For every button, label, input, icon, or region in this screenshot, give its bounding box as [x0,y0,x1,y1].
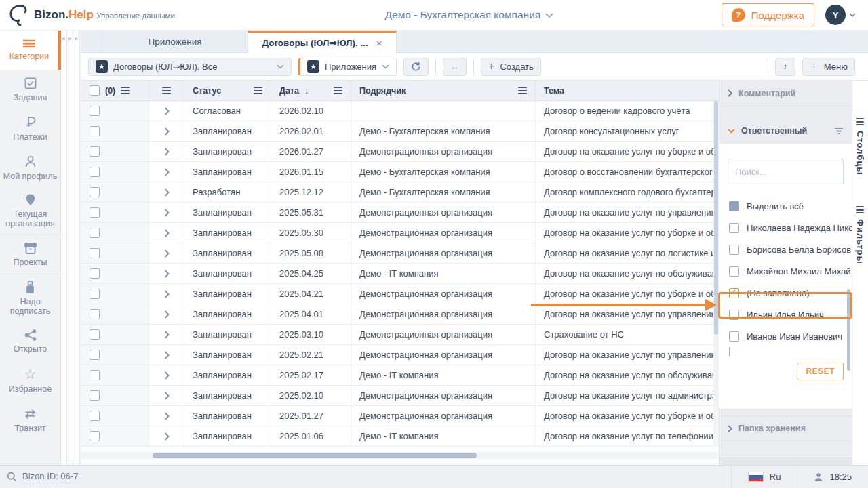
section-comment[interactable]: Комментарий [719,81,852,106]
column-header-date[interactable]: Дата ↓ [271,81,351,100]
organization-selector[interactable]: Демо - Бухгалтерская компания [217,9,722,21]
horizontal-scrollbar[interactable] [81,452,719,459]
row-checkbox[interactable] [90,289,100,299]
row-checkbox[interactable] [90,207,100,218]
create-button[interactable]: + Создать [481,58,541,76]
column-menu-icon[interactable] [162,87,171,94]
table-row[interactable]: Запланирован 2026.01.15 Демо - Бухгалтер… [81,162,719,182]
row-expand-cell[interactable] [149,223,184,243]
filter-option[interactable]: Михайлов Михаил Михай [719,260,852,282]
sidebar-item-current-org[interactable]: Текущая организация [0,188,60,235]
close-icon[interactable]: × [376,37,382,49]
section-storage-folder[interactable]: Папка хранения [719,415,852,441]
row-expand-cell[interactable] [149,304,184,324]
option-checkbox[interactable] [729,223,739,233]
row-expand-cell[interactable] [149,101,184,121]
filter-search-input[interactable] [728,159,844,184]
row-checkbox[interactable] [90,329,100,340]
row-checkbox[interactable] [90,167,100,177]
row-checkbox[interactable] [90,431,100,441]
sort-desc-icon[interactable]: ↓ [304,85,309,96]
menu-button[interactable]: ⋮ Меню [802,58,855,76]
row-expand-cell[interactable] [149,345,184,365]
section-responsible[interactable]: Ответственный [719,118,852,144]
filter-option[interactable]: Борисова Белла Борисов [719,239,852,260]
app-selector-dropdown[interactable]: ★ Приложения [298,58,397,76]
column-header-topic[interactable]: Тема [536,81,719,100]
row-expand-cell[interactable] [149,182,184,202]
row-checkbox[interactable] [90,268,100,279]
row-expand-cell[interactable] [149,284,184,304]
bizon-id[interactable]: Bizon ID: 06-7 [0,471,78,483]
table-row[interactable]: Запланирован 2026.02.01 Демо - Бухгалтер… [81,121,719,142]
row-checkbox[interactable] [90,411,100,421]
support-button[interactable]: ? Поддержка [722,3,814,26]
column-menu-icon[interactable] [121,87,130,94]
edge-tab-columns[interactable]: Столбцы [855,118,865,175]
sidebar-item-categories[interactable]: Категории [0,30,61,70]
column-menu-icon[interactable] [518,87,527,94]
filter-option[interactable]: Выделить всё [719,195,852,217]
table-row[interactable]: Запланирован 2025.03.10 Демонстрационная… [81,325,719,345]
table-row[interactable]: Запланирован 2025.02.10 Демонстрационная… [81,386,719,406]
filter-option[interactable]: Иванов Иван Иванович [719,325,852,347]
row-checkbox[interactable] [90,350,100,360]
sidebar-item-tasks[interactable]: Задания [0,70,60,109]
view-selector-dropdown[interactable]: ★ Договоры (ЮЛ⇒ЮЛ). Все [88,58,292,76]
table-row[interactable]: Согласован 2026.02.10 Договор о ведении … [81,101,719,121]
sidebar-item-favorites[interactable]: ☆ Избранное [0,361,60,401]
sidebar-item-payments[interactable]: Платежи [0,109,60,148]
table-row[interactable]: Запланирован 2025.04.21 Демонстрационная… [81,284,719,304]
row-expand-cell[interactable] [149,386,184,405]
row-expand-cell[interactable] [149,325,184,344]
row-checkbox[interactable] [90,106,100,116]
table-row[interactable]: Запланирован 2025.04.01 Демонстрационная… [81,304,719,325]
table-row[interactable]: Запланирован 2025.02.17 Демо - IT компан… [81,365,719,386]
refresh-button[interactable] [403,58,429,76]
row-expand-cell[interactable] [149,203,184,222]
row-checkbox[interactable] [90,248,100,258]
info-button[interactable]: i [775,58,795,76]
table-row[interactable]: Запланирован 2025.02.21 Демонстрационная… [81,345,719,365]
row-expand-cell[interactable] [149,264,184,283]
table-row[interactable]: Запланирован 2025.04.25 Демо - IT компан… [81,264,719,284]
expand-panel-strip[interactable]: « [61,30,67,465]
table-row[interactable]: Запланирован 2025.05.30 Демонстрационная… [81,223,719,243]
row-checkbox[interactable] [90,309,100,319]
option-checkbox[interactable] [729,245,739,255]
language-switcher[interactable]: Ru [731,466,797,488]
table-row[interactable]: Запланирован 2025.05.31 Демонстрационная… [81,203,719,223]
table-row[interactable]: Запланирован 2025.01.27 Демонстрационная… [81,406,719,426]
table-row[interactable]: Запланирован 2025.01.06 Демо - IT компан… [81,426,719,447]
vertical-scrollbar[interactable] [713,101,719,447]
row-expand-cell[interactable] [149,406,184,426]
row-checkbox[interactable] [90,146,100,157]
column-header-status[interactable]: Статус [184,81,271,100]
filter-option[interactable]: Николаева Надежда Нико [719,217,852,239]
tab-applications[interactable]: Приложения [102,30,248,52]
column-header-select[interactable]: (0) [81,81,149,100]
row-checkbox[interactable] [90,370,100,380]
select-all-checkbox[interactable] [90,85,100,96]
row-expand-cell[interactable] [149,365,184,385]
edge-tab-filters[interactable]: Фильтры [855,206,865,264]
row-checkbox[interactable] [90,228,100,238]
row-checkbox[interactable] [90,390,100,401]
reset-button[interactable]: RESET [797,363,844,380]
sidebar-item-open[interactable]: Открыто [0,322,60,361]
row-expand-cell[interactable] [149,426,184,446]
filter-lines-icon[interactable] [834,127,844,134]
option-checkbox[interactable] [729,331,739,342]
row-checkbox[interactable] [90,187,100,197]
sidebar-item-profile[interactable]: Мой профиль [0,148,60,188]
expand-width-button[interactable]: ↔ [443,58,467,76]
row-expand-cell[interactable] [149,243,184,263]
column-menu-icon[interactable] [254,87,262,94]
tab-contracts-active[interactable]: Договоры (ЮЛ⇒ЮЛ). ... × [248,30,397,53]
column-menu-icon[interactable] [334,87,342,94]
row-expand-cell[interactable] [149,121,184,141]
sidebar-item-projects[interactable]: Проекты [0,235,60,274]
row-expand-cell[interactable] [149,142,184,161]
table-row[interactable]: Разработан 2025.12.12 Демо - Бухгалтерск… [81,182,719,203]
column-header-expand[interactable] [149,81,184,100]
